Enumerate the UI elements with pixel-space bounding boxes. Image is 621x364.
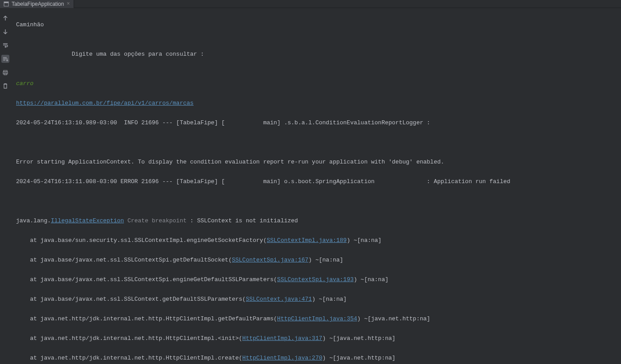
trace-text: java.net.http/jdk.internal.net.http.Http… [41,335,242,342]
close-icon[interactable]: × [66,1,70,7]
tab-run-config[interactable]: TabelaFipeApplication × [0,0,74,8]
tab-bar: TabelaFipeApplication × [0,0,621,8]
trace-text: java.base/javax.net.ssl.SSLContext.getDe… [41,296,246,303]
source-link[interactable]: SSLContextSpi.java:193 [277,276,354,283]
scroll-down-icon[interactable] [2,28,9,35]
trace-text: java.base/javax.net.ssl.SSLContextSpi.ge… [41,257,232,263]
exception-prefix: java.lang. [16,217,51,224]
source-link[interactable]: SSLContextImpl.java:189 [267,237,347,244]
create-breakpoint-link[interactable]: Create breakpoint [124,217,190,224]
source-link[interactable]: SSLContextSpi.java:167 [232,257,309,263]
tab-label: TabelaFipeApplication [12,1,64,7]
console-gutter [0,8,11,364]
log-info-line: 2024-05-24T16:13:10.989-03:00 INFO 21696… [16,118,616,128]
output-line [16,138,616,147]
scroll-to-end-icon[interactable] [1,55,9,63]
trace-text: java.net.http/jdk.internal.net.http.Http… [41,315,277,322]
print-icon[interactable] [2,69,9,76]
user-input: carro [16,80,33,87]
exception-link[interactable]: IllegalStateException [51,217,124,224]
clear-icon[interactable] [2,82,9,90]
soft-wrap-icon[interactable] [2,41,9,49]
error-line: Error starting ApplicationContext. To di… [16,157,616,167]
scroll-up-icon[interactable] [2,15,9,22]
output-line [16,196,616,206]
output-line: Digite uma das opções para consultar : [16,49,616,59]
error-line: 2024-05-24T16:13:11.008-03:00 ERROR 2169… [16,177,616,187]
trace-text: java.net.http/jdk.internal.net.http.Http… [41,355,242,361]
source-link[interactable]: HttpClientImpl.java:354 [277,315,357,322]
source-link[interactable]: HttpClientImpl.java:317 [242,335,322,342]
console-output[interactable]: Caminhão Digite uma das opções para cons… [11,8,621,364]
application-icon [4,1,9,7]
trace-text: java.base/sun.security.ssl.SSLContextImp… [41,237,267,244]
source-link[interactable]: HttpClientImpl.java:270 [242,355,322,361]
exception-message: : SSLContext is not initialized [190,217,298,224]
svg-rect-1 [4,2,8,3]
trace-text: java.base/javax.net.ssl.SSLContextSpi.en… [41,276,277,283]
source-link[interactable]: SSLContext.java:471 [246,296,312,303]
url-link[interactable]: https://parallelum.com.br/fipe/api/v1/ca… [16,100,194,106]
output-line: Caminhão [16,20,616,30]
